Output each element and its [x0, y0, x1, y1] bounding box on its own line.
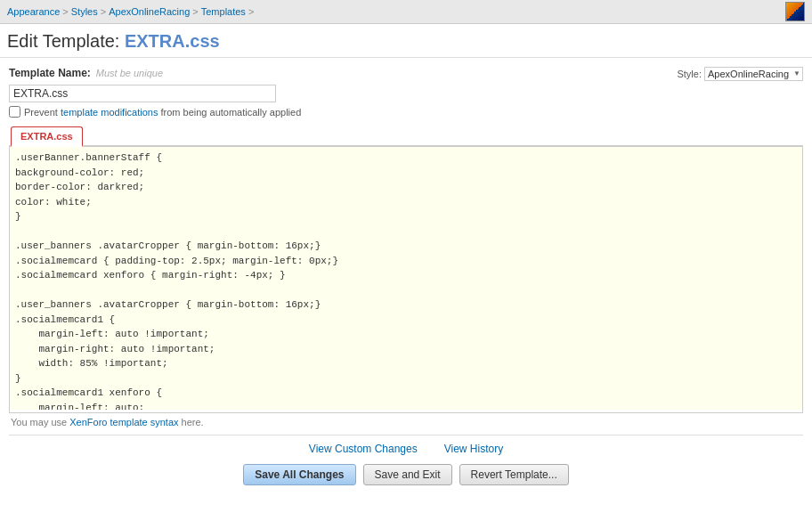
xenforo-syntax-link[interactable]: XenForo template syntax: [69, 417, 178, 427]
view-custom-changes-link[interactable]: View Custom Changes: [309, 443, 418, 455]
save-all-button[interactable]: Save All Changes: [243, 464, 355, 485]
sep2: >: [101, 6, 106, 17]
prevent-checkbox[interactable]: [9, 106, 20, 118]
style-label: Style:: [677, 69, 702, 79]
sep3: >: [192, 6, 198, 17]
links-row: View Custom Changes View History: [9, 443, 803, 455]
style-select[interactable]: ApexOnlineRacing: [704, 67, 803, 81]
template-name-input[interactable]: [9, 85, 276, 102]
template-name-placeholder: Must be unique: [96, 68, 163, 78]
page-title-name: EXTRA.css: [125, 31, 220, 51]
breadcrumb: Appearance > Styles > ApexOnlineRacing >…: [7, 6, 256, 17]
sep4: >: [248, 6, 254, 17]
prevent-checkbox-row: Prevent template modifications from bein…: [9, 106, 677, 118]
form-top-bar: Template Name: Must be unique Prevent te…: [9, 67, 803, 118]
form-left: Template Name: Must be unique Prevent te…: [9, 67, 677, 118]
hint-text: You may use XenForo template syntax here…: [9, 417, 803, 427]
page-title: Edit Template: EXTRA.css: [7, 31, 805, 52]
tab-bar: EXTRA.css: [9, 126, 803, 147]
save-exit-button[interactable]: Save and Exit: [363, 464, 452, 485]
tab-extra-css[interactable]: EXTRA.css: [11, 126, 83, 147]
prevent-text-before: Prevent: [24, 107, 58, 118]
style-select-wrapper: ApexOnlineRacing: [704, 67, 803, 81]
template-name-label: Template Name:: [9, 67, 91, 79]
breadcrumb-styles[interactable]: Styles: [71, 6, 98, 17]
content-area: Template Name: Must be unique Prevent te…: [0, 58, 812, 491]
hint-suffix: here.: [179, 417, 204, 427]
hint-prefix: You may use: [11, 417, 69, 427]
form-right: Style: ApexOnlineRacing: [677, 67, 803, 81]
style-row: Style: ApexOnlineRacing: [677, 67, 803, 81]
top-bar: Appearance > Styles > ApexOnlineRacing >…: [0, 0, 812, 24]
page-title-bar: Edit Template: EXTRA.css: [0, 24, 812, 58]
template-modifications-link[interactable]: template modifications: [61, 107, 158, 118]
template-name-row: Template Name: Must be unique: [9, 67, 677, 79]
app-icon: [785, 2, 805, 21]
breadcrumb-apex[interactable]: ApexOnlineRacing: [109, 6, 190, 17]
prevent-text-after: from being automatically applied: [161, 107, 302, 118]
template-name-input-row: [9, 85, 677, 102]
editor-container: .userBanner.bannerStaff { background-col…: [9, 147, 803, 413]
breadcrumb-appearance[interactable]: Appearance: [7, 6, 60, 17]
editor-textarea[interactable]: .userBanner.bannerStaff { background-col…: [10, 147, 802, 410]
page-title-prefix: Edit Template:: [7, 31, 119, 51]
view-history-link[interactable]: View History: [444, 443, 503, 455]
breadcrumb-templates[interactable]: Templates: [201, 6, 246, 17]
buttons-row: Save All Changes Save and Exit Revert Te…: [9, 464, 803, 485]
sep1: >: [62, 6, 68, 17]
revert-button[interactable]: Revert Template...: [459, 464, 569, 485]
divider: [9, 435, 803, 435]
